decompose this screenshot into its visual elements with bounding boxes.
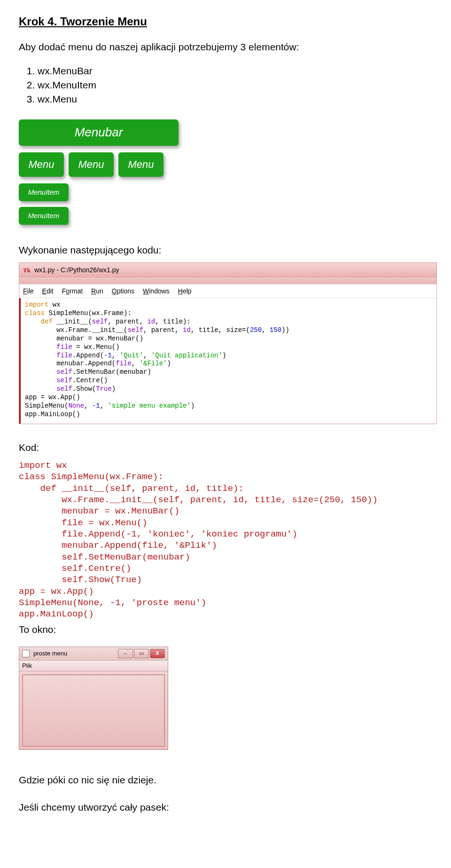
- step-heading: Krok 4. Tworzenie Menu: [19, 14, 432, 29]
- idle-titlebar: Tk wx1.py - C:/Python26/wx1.py: [19, 263, 436, 277]
- result-menu-plik[interactable]: Plik: [22, 662, 32, 670]
- idle-menu-format[interactable]: Format: [62, 287, 83, 296]
- code-listing: import wx class SimpleMenu(wx.Frame): de…: [19, 460, 432, 620]
- result-title: proste menu: [33, 649, 67, 658]
- list-item: wx.MenuItem: [38, 79, 432, 92]
- idle-editor-window: Tk wx1.py - C:/Python26/wx1.py File Edit…: [19, 262, 437, 424]
- kod-label: Kod:: [19, 441, 432, 454]
- intro-paragraph: Aby dodać menu do naszej aplikacji potrz…: [19, 40, 432, 54]
- diagram-menuitem: MenuItem: [19, 207, 69, 225]
- element-list: wx.MenuBar wx.MenuItem wx.Menu: [38, 64, 432, 106]
- diagram-menu: Menu: [19, 152, 64, 177]
- to-okno-label: To okno:: [19, 623, 432, 636]
- close-button[interactable]: X: [150, 649, 165, 658]
- diagram-menu: Menu: [118, 152, 163, 177]
- maximize-button[interactable]: ▭: [134, 649, 149, 658]
- idle-menubar: File Edit Format Run Options Windows Hel…: [19, 284, 436, 298]
- idle-decor-stripe: [19, 277, 436, 284]
- idle-menu-windows[interactable]: Windows: [143, 287, 170, 296]
- result-menubar: Plik: [19, 661, 168, 671]
- idle-title: wx1.py - C:/Python26/wx1.py: [34, 266, 119, 275]
- idle-code-body: import wx class SimpleMenu(wx.Frame): de…: [19, 298, 436, 424]
- list-item: wx.Menu: [38, 93, 432, 106]
- result-app-icon: [22, 650, 30, 657]
- closing-1: Gdzie póki co nic się nie dzieje.: [19, 773, 432, 787]
- idle-menu-run[interactable]: Run: [91, 287, 103, 296]
- diagram-menu: Menu: [69, 152, 114, 177]
- menu-hierarchy-diagram: Menubar Menu Menu Menu MenuItem MenuItem: [19, 119, 432, 225]
- result-window: proste menu – ▭ X Plik: [19, 647, 168, 750]
- exec-label: Wykonanie następującego kodu:: [19, 244, 432, 257]
- list-item: wx.MenuBar: [38, 64, 432, 78]
- idle-app-icon: Tk: [23, 266, 31, 274]
- result-client-area: [22, 674, 165, 747]
- idle-menu-help[interactable]: Help: [178, 287, 192, 296]
- minimize-button[interactable]: –: [118, 649, 133, 658]
- diagram-menuitem: MenuItem: [19, 183, 69, 201]
- idle-left-margin: [19, 298, 21, 424]
- diagram-menubar: Menubar: [19, 119, 179, 146]
- closing-2: Jeśli chcemy utworzyć cały pasek:: [19, 801, 432, 814]
- idle-menu-edit[interactable]: Edit: [42, 287, 54, 296]
- idle-menu-options[interactable]: Options: [112, 287, 134, 296]
- idle-menu-file[interactable]: File: [23, 287, 34, 296]
- result-titlebar: proste menu – ▭ X: [19, 647, 168, 661]
